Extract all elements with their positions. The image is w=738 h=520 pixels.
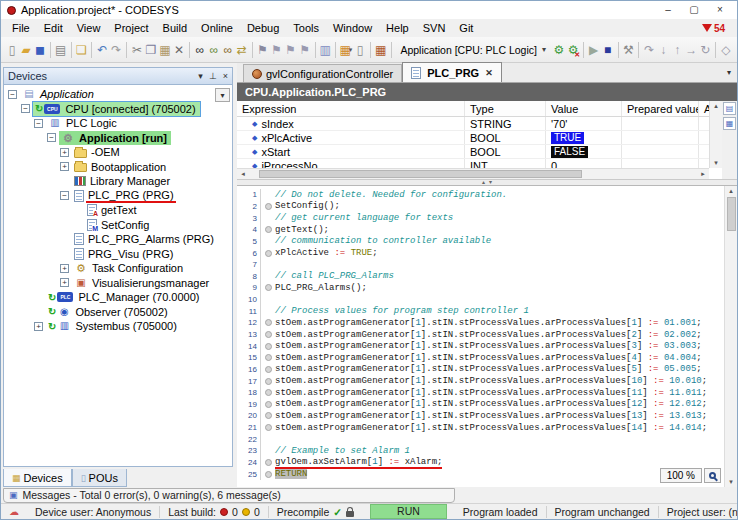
replace-icon[interactable]: ⇄ (235, 40, 249, 60)
execution-point-icon[interactable] (265, 401, 272, 408)
tree-item-plc-logic[interactable]: −▥PLC Logic (4, 116, 232, 131)
watch-column-prepared-value[interactable]: Prepared value (622, 101, 699, 116)
print-icon[interactable]: ▤ (54, 40, 68, 60)
clean-icon[interactable]: ▯ (353, 40, 367, 60)
find-replace-icon[interactable]: ∞ (221, 40, 235, 60)
execution-point-icon[interactable] (265, 250, 272, 257)
expand-icon[interactable]: + (60, 148, 69, 157)
step-into-icon[interactable]: ↓ (656, 40, 670, 60)
code-editor[interactable]: 1// Do not delete. Needed for configurat… (237, 186, 737, 487)
watch-row-iprocessno[interactable]: ◆iProcessNoINT0 (237, 159, 709, 168)
watch-table[interactable]: ExpressionTypeValuePrepared valueAd◆sInd… (237, 101, 709, 168)
delete-icon[interactable]: ✕ (172, 40, 186, 60)
scrollbar-thumb[interactable] (727, 197, 736, 231)
execution-point-icon[interactable] (265, 471, 272, 478)
logout-icon[interactable]: ⚙✕ (566, 40, 580, 60)
alarm-flag[interactable]: 54 (702, 23, 733, 34)
tab-gvlconfigurationcontroller[interactable]: gvlConfigurationController (243, 64, 402, 82)
tree-item-application-run[interactable]: −⚙Application [run] (4, 131, 232, 146)
menu-item-build[interactable]: Build (156, 20, 194, 37)
clear-bookmarks-icon[interactable]: ⚑ (298, 40, 312, 60)
menu-item-debug[interactable]: Debug (240, 20, 286, 37)
scrollbar-thumb[interactable] (259, 170, 582, 178)
scroll-right-icon[interactable]: ▸ (697, 170, 709, 178)
execution-point-icon[interactable] (265, 412, 272, 419)
execution-point-icon[interactable] (265, 284, 272, 291)
login-icon[interactable]: ⚙ (552, 40, 566, 60)
splitter-up-icon[interactable]: ▴ (482, 180, 485, 185)
start-icon[interactable]: ▶ (587, 40, 601, 60)
tree-item-application[interactable]: −▤Application (4, 87, 232, 102)
expand-icon[interactable]: + (60, 278, 69, 287)
watch-row-sindex[interactable]: ◆sIndexSTRING'70' (237, 117, 709, 131)
tree-item-plc-prg-prg[interactable]: −PLC_PRG (PRG) (4, 189, 232, 204)
cut-icon[interactable]: ✂ (130, 40, 144, 60)
execution-point-icon[interactable] (265, 203, 272, 210)
execution-point-icon[interactable] (265, 424, 272, 431)
scroll-down-icon[interactable]: ▾ (714, 159, 718, 167)
tree-item-setconfig[interactable]: MSetConfig (4, 218, 232, 233)
collapse-icon[interactable]: − (8, 90, 17, 99)
panel-tab-devices[interactable]: ▦Devices (3, 469, 72, 487)
bookmark-icon[interactable]: ⚑ (255, 40, 269, 60)
tree-item-oem[interactable]: +-OEM (4, 145, 232, 160)
build-icon[interactable]: ▦▾ (339, 40, 353, 60)
tree-item-prg-visu-prg[interactable]: PRG_Visu (PRG) (4, 247, 232, 262)
magnifier-icon[interactable] (704, 468, 721, 483)
execution-point-icon[interactable] (265, 343, 272, 350)
expand-icon[interactable]: + (60, 264, 69, 273)
force-values-icon[interactable]: ⚒ (621, 40, 635, 60)
tab-list-icon[interactable]: ▾ (721, 68, 737, 77)
editor-vertical-scrollbar[interactable]: ▴ ▾ (724, 186, 737, 487)
save-project-icon[interactable]: ◼ (33, 40, 47, 60)
copy-objects-icon[interactable]: ❏ (74, 40, 88, 60)
next-bookmark-icon[interactable]: ⚑ (283, 40, 297, 60)
collapse-icon[interactable]: − (34, 119, 43, 128)
menu-item-online[interactable]: Online (194, 20, 240, 37)
execution-point-icon[interactable] (265, 366, 272, 373)
watch-row-xstart[interactable]: ◆xStartBOOLFALSE (237, 145, 709, 159)
menu-item-git[interactable]: Git (452, 20, 480, 37)
menu-item-project[interactable]: Project (107, 20, 155, 37)
tree-view-combo-icon[interactable]: ▾ (215, 88, 230, 102)
scroll-up-icon[interactable]: ▴ (729, 187, 733, 195)
tree-item-cpu-connected-705002[interactable]: −↻CPUCPU [connected] (705002) (4, 102, 232, 117)
tree-item-systembus-705000[interactable]: +↻▥Systembus (705000) (4, 319, 232, 334)
menu-item-file[interactable]: File (5, 20, 37, 37)
table-view-icon[interactable]: ▦ (723, 117, 736, 130)
run-to-cursor-icon[interactable]: → (684, 40, 698, 60)
paste-icon[interactable]: ▦ (158, 40, 172, 60)
single-cycle-icon[interactable]: ↻ (698, 40, 712, 60)
stop-icon[interactable]: ■ (601, 40, 615, 60)
watch-row-xplcactive[interactable]: ◆xPlcActiveBOOLTRUE (237, 131, 709, 145)
collapse-icon[interactable]: − (21, 104, 30, 113)
tree-item-task-configuration[interactable]: +⚙Task Configuration (4, 261, 232, 276)
declaration-view-icon[interactable]: ▤ (723, 102, 736, 115)
collapse-icon[interactable]: − (47, 133, 56, 142)
find-icon[interactable]: ∞ (193, 40, 207, 60)
menu-item-svn[interactable]: SVN (416, 20, 453, 37)
expand-icon[interactable]: + (34, 322, 43, 331)
watch-horizontal-scrollbar[interactable]: ◂ ▸ (237, 168, 709, 179)
scroll-up-icon[interactable]: ▴ (714, 102, 718, 110)
close-button[interactable]: × (707, 2, 733, 18)
menu-item-view[interactable]: View (70, 20, 108, 37)
open-project-icon[interactable]: ▰ (19, 40, 33, 60)
execution-point-icon[interactable] (265, 459, 272, 466)
flow-control-icon[interactable]: ◇ (719, 40, 733, 60)
scroll-down-icon[interactable]: ▾ (729, 478, 733, 486)
menu-item-tools[interactable]: Tools (286, 20, 326, 37)
tree-item-bootapplication[interactable]: +Bootapplication (4, 160, 232, 175)
minimize-button[interactable]: – (655, 2, 681, 18)
tree-item-library-manager[interactable]: Library Manager (4, 174, 232, 189)
tree-item-gettext[interactable]: AgetText (4, 203, 232, 218)
incremental-search-icon[interactable]: ∞ (207, 40, 221, 60)
undo-icon[interactable]: ↶ (95, 40, 109, 60)
copy-icon[interactable]: ❐ (144, 40, 158, 60)
messages-tab[interactable]: ▣ Messages - Total 0 error(s), 0 warning… (3, 488, 455, 503)
new-project-icon[interactable]: ▯ (5, 40, 19, 60)
step-out-icon[interactable]: ↑ (670, 40, 684, 60)
device-tree[interactable]: −▤Application▾−↻CPUCPU [connected] (7050… (3, 85, 233, 467)
splitter[interactable]: ▴ ▾ (237, 179, 737, 186)
build-all-icon[interactable]: ▦ (374, 40, 388, 60)
